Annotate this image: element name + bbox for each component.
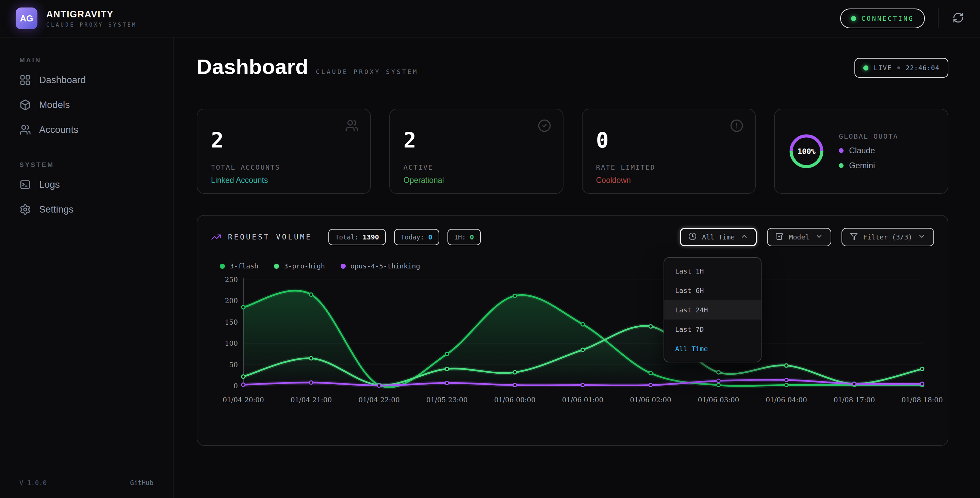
- check-circle-icon: [538, 119, 551, 132]
- funnel-icon: [850, 232, 858, 242]
- chart-title: REQUEST VOLUME: [228, 233, 312, 241]
- stat-card-active: 2 ACTIVE Operational: [389, 109, 563, 194]
- sidebar-item-dashboard[interactable]: Dashboard: [0, 67, 173, 92]
- gemini-dot-icon: [839, 163, 843, 168]
- live-dot-icon: [863, 65, 869, 70]
- svg-text:01/06 03:00: 01/06 03:00: [698, 396, 740, 404]
- live-status-badge: LIVE 22:46:04: [854, 58, 948, 78]
- svg-text:0: 0: [234, 382, 238, 390]
- series-dot-icon: [274, 263, 279, 269]
- model-dropdown-button[interactable]: Model: [767, 228, 831, 246]
- connection-status-badge: CONNECTING: [840, 8, 925, 28]
- hour-requests-badge: 1H: 0: [447, 229, 481, 245]
- topbar: AG ANTIGRAVITY CLAUDE PROXY SYSTEM CONNE…: [0, 0, 980, 37]
- sidebar-section-main: MAIN: [19, 57, 173, 64]
- legend-item-3-flash: 3-flash: [220, 262, 258, 270]
- quota-provider-gemini: Gemini: [839, 161, 898, 170]
- legend-label: 3-pro-high: [284, 262, 325, 270]
- dropdown-item-last-24h[interactable]: Last 24H: [664, 300, 761, 319]
- svg-text:150: 150: [225, 318, 238, 326]
- total-requests-badge: Total: 1390: [328, 229, 386, 245]
- sidebar-item-logs[interactable]: Logs: [0, 172, 173, 197]
- chevron-up-icon: [740, 232, 748, 242]
- sidebar-item-label: Accounts: [39, 124, 78, 135]
- svg-text:01/06 00:00: 01/06 00:00: [494, 396, 536, 404]
- quota-title: GLOBAL QUOTA: [839, 132, 898, 140]
- stat-subtitle: Operational: [404, 176, 549, 185]
- users-icon: [345, 119, 359, 132]
- clock-icon: [688, 232, 697, 242]
- sidebar-section-system: SYSTEM: [19, 161, 173, 169]
- separator-dot-icon: [897, 66, 900, 69]
- sidebar-item-label: Settings: [39, 204, 73, 215]
- status-dot-icon: [851, 16, 856, 21]
- refresh-button[interactable]: [951, 11, 965, 25]
- svg-text:01/08 17:00: 01/08 17:00: [834, 396, 875, 404]
- alert-circle-icon: [730, 119, 743, 132]
- provider-name: Gemini: [849, 161, 875, 170]
- chevron-down-icon: [918, 232, 926, 242]
- trending-up-icon: [211, 232, 221, 242]
- request-volume-card: REQUEST VOLUME Total: 1390 Today: 0 1H: …: [197, 215, 948, 446]
- stat-subtitle: Linked Accounts: [211, 176, 356, 185]
- page-header: Dashboard CLAUDE PROXY SYSTEM LIVE 22:46…: [197, 54, 948, 79]
- dropdown-item-last-7d[interactable]: Last 7D: [664, 319, 761, 339]
- sidebar-item-settings[interactable]: Settings: [0, 197, 173, 222]
- today-requests-badge: Today: 0: [394, 229, 439, 245]
- svg-text:01/08 18:00: 01/08 18:00: [901, 396, 943, 404]
- dropdown-item-last-6h[interactable]: Last 6H: [664, 281, 761, 300]
- stat-value: 0: [596, 130, 742, 151]
- chevron-down-icon: [815, 232, 823, 242]
- page-subtitle: CLAUDE PROXY SYSTEM: [316, 68, 418, 75]
- refresh-icon: [953, 12, 964, 25]
- cube-icon: [19, 99, 31, 111]
- users-icon: [19, 124, 31, 136]
- sidebar-item-label: Models: [39, 99, 70, 110]
- filter-dropdown-button[interactable]: Filter (3/3): [842, 228, 934, 246]
- chart-header: REQUEST VOLUME Total: 1390 Today: 0 1H: …: [211, 228, 934, 246]
- main-content: Dashboard CLAUDE PROXY SYSTEM LIVE 22:46…: [173, 37, 980, 498]
- app-logo-text: AG: [20, 13, 33, 24]
- svg-text:01/06 01:00: 01/06 01:00: [562, 396, 604, 404]
- badge-label: Today:: [401, 233, 424, 241]
- stat-subtitle: Cooldown: [596, 176, 742, 185]
- svg-text:100: 100: [225, 339, 238, 348]
- svg-text:50: 50: [229, 361, 238, 369]
- stat-card-rate-limited: 0 RATE LIMITED Cooldown: [582, 109, 756, 194]
- stat-cards-row: 2 TOTAL ACCOUNTS Linked Accounts 2 ACTIV…: [197, 109, 948, 194]
- github-link[interactable]: GitHub: [130, 479, 153, 487]
- svg-text:01/06 04:00: 01/06 04:00: [765, 396, 807, 404]
- live-clock: 22:46:04: [905, 64, 940, 72]
- brand: ANTIGRAVITY CLAUDE PROXY SYSTEM: [46, 9, 137, 28]
- quota-ring-gauge: 100%: [788, 133, 824, 169]
- badge-value: 1390: [363, 233, 379, 241]
- grid-icon: [19, 74, 31, 86]
- dropdown-item-last-1h[interactable]: Last 1H: [664, 261, 761, 281]
- global-quota-card: 100% GLOBAL QUOTA Claude Gemini: [774, 109, 948, 194]
- sidebar-item-accounts[interactable]: Accounts: [0, 117, 173, 142]
- svg-text:01/06 02:00: 01/06 02:00: [630, 396, 671, 404]
- sidebar-item-models[interactable]: Models: [0, 92, 173, 117]
- series-dot-icon: [340, 263, 346, 269]
- archive-box-icon: [775, 232, 783, 242]
- stat-label: RATE LIMITED: [596, 163, 742, 171]
- page-title: Dashboard: [197, 54, 308, 79]
- dropdown-item-all-time[interactable]: All Time: [664, 339, 761, 358]
- stat-value: 2: [404, 130, 549, 151]
- legend-item-opus: opus-4-5-thinking: [340, 262, 420, 270]
- app-version: V 1.0.0: [19, 479, 47, 487]
- svg-text:01/04 20:00: 01/04 20:00: [223, 396, 264, 404]
- topbar-divider: [938, 8, 939, 28]
- live-label: LIVE: [874, 64, 892, 72]
- legend-label: opus-4-5-thinking: [350, 262, 420, 270]
- sidebar-item-label: Dashboard: [39, 75, 86, 86]
- svg-text:01/04 22:00: 01/04 22:00: [358, 396, 400, 404]
- time-range-dropdown-button[interactable]: All Time: [680, 228, 757, 246]
- stat-label: ACTIVE: [404, 163, 549, 171]
- svg-text:01/05 23:00: 01/05 23:00: [426, 396, 468, 404]
- time-range-label: All Time: [702, 233, 735, 241]
- app-title: ANTIGRAVITY: [46, 9, 137, 20]
- filter-button-label: Filter (3/3): [863, 233, 913, 241]
- svg-text:250: 250: [225, 276, 238, 284]
- sidebar-item-label: Logs: [39, 179, 60, 190]
